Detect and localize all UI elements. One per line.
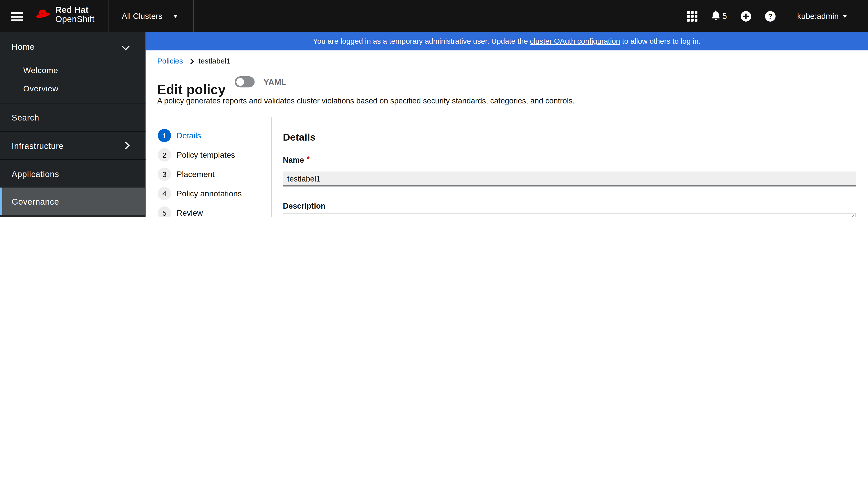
brand-line1: Red Hat (55, 5, 94, 14)
required-asterisk: * (307, 155, 310, 163)
sidebar-item-label: Governance (11, 197, 59, 206)
page-title: Edit policy (157, 82, 226, 97)
user-menu-label: kube:admin (797, 11, 839, 20)
add-plus-circle-icon[interactable] (741, 11, 751, 21)
help-question-circle-icon[interactable]: ? (765, 11, 776, 21)
wizard-nav: 1 Details 2 Policy templates 3 Placement… (146, 117, 271, 217)
sidebar-item-label: Home (11, 42, 35, 51)
step-number-badge: 1 (158, 129, 171, 142)
sidebar-item-home[interactable]: Home (0, 39, 146, 54)
chevron-down-icon (122, 43, 130, 50)
wizard-step-policy-annotations[interactable]: 4 Policy annotations (146, 187, 271, 200)
toggle-knob (237, 78, 244, 86)
masthead-toolbar: 5 ? kube:admin (687, 0, 868, 32)
oauth-configuration-link[interactable]: cluster OAuth configuration (530, 37, 620, 45)
red-hat-fedora-icon (34, 6, 51, 23)
sidebar-item-welcome[interactable]: Welcome (0, 64, 146, 76)
breadcrumb-policies-link[interactable]: Policies (157, 57, 183, 65)
app-window: Red Hat OpenShift All Clusters (0, 0, 868, 217)
sidebar-item-label: Search (11, 112, 39, 122)
sidebar-item-label: Infrastructure (11, 141, 64, 150)
name-input[interactable] (283, 171, 856, 186)
wizard-step-placement[interactable]: 3 Placement (146, 168, 271, 181)
masthead: Red Hat OpenShift All Clusters (0, 0, 868, 32)
notifications-button[interactable]: 5 (711, 10, 727, 22)
banner-text-suffix: to allow others to log in. (620, 37, 701, 45)
name-field-label: Name * (283, 156, 856, 164)
chevron-right-icon (122, 142, 130, 149)
wizard-step-details[interactable]: 1 Details (146, 129, 271, 142)
breadcrumb: Policies testlabel1 (157, 57, 230, 65)
sidebar-item-governance[interactable]: Governance (0, 187, 146, 215)
sidebar-item-infrastructure[interactable]: Infrastructure (0, 136, 146, 155)
sidebar-item-label: Welcome (23, 66, 58, 75)
user-menu-dropdown[interactable]: kube:admin (797, 11, 847, 20)
wizard-step-policy-templates[interactable]: 2 Policy templates (146, 148, 271, 162)
sidebar-item-applications[interactable]: Applications (0, 164, 146, 183)
sidebar-item-search[interactable]: Search (0, 108, 146, 127)
details-form: Details Name * Description Namespace * d… (283, 117, 856, 217)
notification-count: 5 (722, 11, 727, 20)
description-textarea[interactable] (283, 214, 855, 217)
breadcrumb-current: testlabel1 (198, 57, 230, 65)
caret-down-icon (843, 14, 847, 17)
cluster-selector-label: All Clusters (122, 11, 162, 20)
page-description: A policy generates reports and validates… (157, 96, 575, 105)
app-launcher-grid-icon[interactable] (687, 11, 698, 21)
description-field-label: Description (283, 201, 856, 210)
wizard-step-review[interactable]: 5 Review (146, 206, 271, 217)
step-label: Policy templates (177, 150, 235, 159)
banner-text-prefix: You are logged in as a temporary adminis… (313, 37, 530, 45)
login-banner: You are logged in as a temporary adminis… (146, 32, 868, 50)
nav-toggle-hamburger-icon[interactable] (11, 12, 23, 21)
form-section-heading: Details (283, 132, 856, 143)
step-number-badge: 2 (158, 148, 171, 162)
step-number-badge: 3 (158, 168, 171, 181)
wizard-nav-divider (271, 117, 272, 217)
sidebar-item-label: Applications (11, 169, 59, 178)
chevron-right-icon (188, 58, 194, 64)
step-label: Details (177, 131, 201, 140)
resize-grip-icon[interactable] (850, 211, 855, 217)
step-number-badge: 4 (158, 187, 171, 200)
yaml-toggle-switch[interactable] (235, 76, 254, 88)
caret-down-icon (173, 14, 178, 17)
description-textarea-wrap (283, 213, 856, 217)
cluster-selector-dropdown[interactable]: All Clusters (108, 0, 194, 32)
brand-line2: OpenShift (55, 14, 94, 24)
step-label: Placement (177, 170, 215, 179)
sidebar-item-label: Overview (23, 84, 59, 93)
step-label: Review (177, 209, 203, 217)
brand-text: Red Hat OpenShift (55, 5, 94, 24)
yaml-toggle-label: YAML (264, 77, 286, 87)
step-number-badge: 5 (158, 206, 171, 217)
svg-text:?: ? (768, 12, 772, 20)
bell-icon (711, 10, 720, 22)
sidebar-item-overview[interactable]: Overview (0, 82, 146, 94)
brand-logo: Red Hat OpenShift (34, 5, 95, 24)
sidebar-nav: Home Welcome Overview Search Infrastruct… (0, 32, 146, 217)
step-label: Policy annotations (177, 189, 242, 198)
